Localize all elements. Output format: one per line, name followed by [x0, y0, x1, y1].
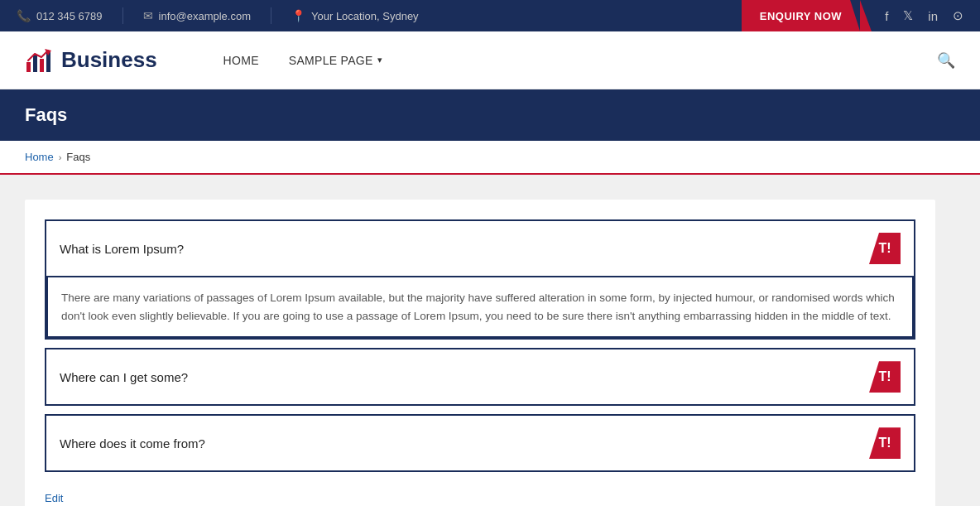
email-icon: ✉ [143, 9, 153, 22]
faq-answer-1: There are many variations of passages of… [46, 276, 914, 338]
breadcrumb-current: Faqs [66, 151, 90, 163]
content-card: What is Lorem Ipsum? T! There are many v… [25, 200, 935, 506]
nav-home[interactable]: HOME [223, 54, 259, 67]
faq-question-text-2: Where can I get some? [60, 370, 188, 384]
faq-question-text-1: What is Lorem Ipsum? [60, 242, 184, 256]
nav-sample-page[interactable]: SAMPLE PAGE ▾ [289, 54, 382, 67]
top-bar: 📞 012 345 6789 ✉ info@example.com 📍 Your… [0, 0, 980, 31]
email-item: ✉ info@example.com [143, 9, 251, 22]
breadcrumb-home[interactable]: Home [25, 151, 54, 163]
page-title-bar: Faqs [0, 89, 980, 141]
logo[interactable]: Business [25, 47, 157, 74]
faq-question-3[interactable]: Where does it come from? T! [46, 416, 914, 470]
phone-number: 012 345 6789 [36, 10, 103, 22]
email-address: info@example.com [159, 10, 251, 22]
divider-2 [271, 7, 271, 24]
svg-rect-2 [40, 59, 44, 72]
faq-question-1[interactable]: What is Lorem Ipsum? T! [46, 221, 914, 276]
faq-item-2: Where can I get some? T! [45, 348, 915, 406]
breadcrumb: Home › Faqs [0, 141, 980, 175]
svg-rect-3 [46, 52, 50, 72]
main-content: What is Lorem Ipsum? T! There are many v… [0, 175, 980, 506]
phone-item: 📞 012 345 6789 [17, 9, 103, 22]
search-icon[interactable]: 🔍 [937, 51, 955, 70]
faq-item-3: Where does it come from? T! [45, 414, 915, 472]
phone-icon: 📞 [17, 9, 31, 22]
enquiry-button[interactable]: ENQUIRY NOW [742, 0, 860, 31]
svg-rect-0 [26, 62, 31, 72]
location-item: 📍 Your Location, Sydney [291, 9, 419, 22]
logo-text: Business [61, 47, 157, 73]
faq-toggle-1[interactable]: T! [869, 233, 901, 264]
linkedin-icon[interactable]: in [928, 9, 938, 23]
faq-question-2[interactable]: Where can I get some? T! [46, 349, 914, 404]
edit-link[interactable]: Edit [45, 492, 63, 504]
facebook-icon[interactable]: f [885, 9, 888, 23]
nav-bar: Business HOME SAMPLE PAGE ▾ 🔍 [0, 31, 980, 89]
faq-item-1: What is Lorem Ipsum? T! There are many v… [45, 219, 915, 340]
breadcrumb-separator: › [59, 152, 62, 162]
page-title: Faqs [25, 104, 955, 126]
divider-1 [122, 7, 123, 24]
logo-icon [25, 47, 55, 74]
faq-toggle-2[interactable]: T! [869, 361, 901, 393]
location-text: Your Location, Sydney [311, 10, 419, 22]
location-icon: 📍 [291, 9, 305, 22]
svg-rect-1 [33, 55, 37, 72]
chevron-down-icon: ▾ [377, 55, 382, 65]
faq-question-text-3: Where does it come from? [60, 436, 205, 451]
nav-links: HOME SAMPLE PAGE ▾ [223, 54, 937, 67]
enquiry-wrapper: ENQUIRY NOW [742, 0, 860, 31]
twitter-icon[interactable]: 𝕏 [903, 8, 913, 23]
faq-toggle-3[interactable]: T! [869, 427, 901, 459]
instagram-icon[interactable]: ⊙ [953, 8, 963, 23]
social-icons: f 𝕏 in ⊙ [885, 8, 963, 23]
top-bar-left: 📞 012 345 6789 ✉ info@example.com 📍 Your… [17, 7, 742, 24]
